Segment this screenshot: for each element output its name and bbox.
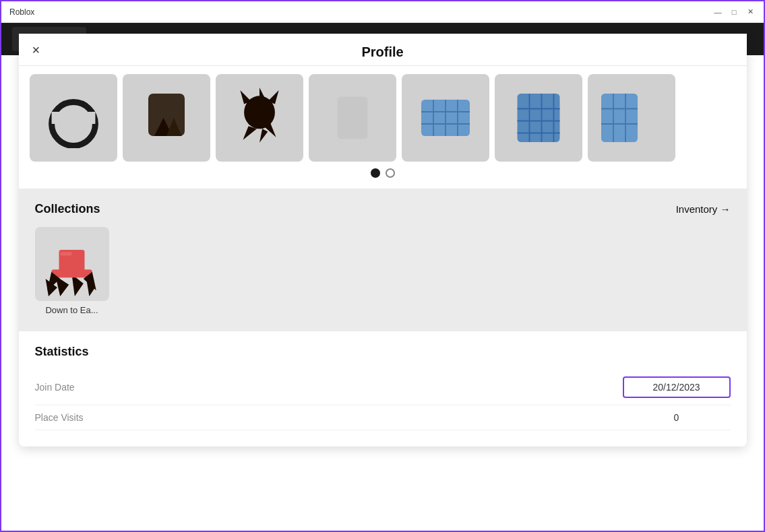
profile-panel: × Profile [19,34,747,446]
join-date-label: Join Date [35,382,623,393]
svg-marker-9 [243,126,256,139]
carousel-item-6[interactable] [495,74,582,162]
svg-rect-36 [51,269,92,277]
join-date-value: 20/12/2023 [623,376,731,398]
profile-title: Profile [361,44,403,60]
window-title: Roblox [9,7,712,17]
app-window: Roblox — □ ✕ ∨ × Profile [0,0,765,532]
carousel-item-3[interactable] [216,74,303,162]
stats-row-join-date: Join Date 20/12/2023 [35,370,731,405]
carousel-dot-2[interactable] [386,168,395,178]
collection-items: Down to Ea... [35,227,731,315]
carousel-item-5[interactable] [402,74,489,162]
minimize-button[interactable]: — [712,7,723,18]
title-bar: Roblox — □ ✕ [1,1,764,23]
collection-item-down-to-ea[interactable]: Down to Ea... [35,227,109,315]
collection-thumb-down-to-ea [35,227,109,301]
svg-rect-1 [51,112,95,124]
carousel-item-7[interactable] [588,74,675,162]
carousel-item-4[interactable] [309,74,396,162]
window-controls: — □ ✕ [712,7,756,18]
statistics-title: Statistics [35,345,731,359]
stats-table: Join Date 20/12/2023 Place Visits 0 [35,370,731,430]
place-visits-label: Place Visits [35,412,623,423]
close-button[interactable]: ✕ [745,7,756,18]
maximize-button[interactable]: □ [729,7,739,18]
svg-rect-12 [337,97,367,139]
inventory-link[interactable]: Inventory → [676,203,731,215]
svg-rect-26 [601,94,638,142]
carousel-item-1[interactable] [30,74,117,162]
statistics-section: Statistics Join Date 20/12/2023 Place Vi… [19,331,747,446]
collections-header: Collections Inventory → [35,202,731,216]
carousel-indicators [19,168,747,178]
place-visits-value: 0 [623,412,731,423]
carousel-items [19,74,747,162]
profile-header: × Profile [19,34,747,66]
collection-item-label: Down to Ea... [45,305,98,315]
carousel-dot-1[interactable] [371,168,380,178]
collections-title: Collections [35,202,100,216]
carousel-item-2[interactable] [123,74,210,162]
svg-rect-37 [60,252,71,255]
stats-row-place-visits: Place Visits 0 [35,405,731,430]
collections-section: Collections Inventory → [19,189,747,331]
close-profile-button[interactable]: × [32,43,40,57]
svg-marker-10 [259,129,268,142]
carousel-section [19,66,747,189]
